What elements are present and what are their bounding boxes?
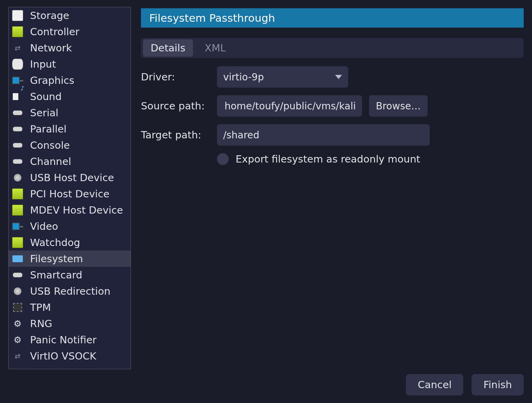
readonly-checkbox[interactable] [217,153,229,165]
sidebar-item-sound[interactable]: Sound [9,88,131,105]
card-icon [12,188,23,199]
sidebar-item-label: Sound [30,91,61,102]
sidebar-item-graphics[interactable]: Graphics [9,72,131,88]
sidebar-item-usb-redirection[interactable]: USB Redirection [9,283,131,299]
browse-button[interactable]: Browse… [369,95,428,117]
driver-label: Driver: [141,71,210,83]
finish-button[interactable]: Finish [472,374,524,395]
sidebar-item-mdev-host-device[interactable]: MDEV Host Device [9,202,131,218]
sidebar-item-label: USB Host Device [30,172,114,184]
card-icon [12,237,23,248]
sidebar-item-label: Parallel [30,123,67,135]
sidebar-item-channel[interactable]: Channel [9,153,131,169]
connector-icon [12,156,23,167]
folder-icon [12,253,23,264]
connector-icon [12,269,23,281]
sidebar-item-label: Input [30,58,56,70]
sidebar-item-label: Channel [30,156,71,167]
chip-icon [12,302,23,313]
sidebar-item-label: Console [30,139,70,151]
sidebar-item-smartcard[interactable]: Smartcard [9,267,131,283]
sidebar-item-label: MDEV Host Device [30,204,123,216]
gear-icon [12,334,23,345]
driver-select[interactable]: virtio-9p [217,66,348,88]
sidebar-item-console[interactable]: Console [9,137,131,153]
sidebar-item-label: Panic Notifier [30,334,96,346]
sidebar-item-watchdog[interactable]: Watchdog [9,234,131,250]
sidebar-item-label: Watchdog [30,237,80,248]
sidebar-item-label: VirtIO VSOCK [30,350,96,362]
sidebar-item-label: Filesystem [30,253,83,265]
virt-manager-add-hardware-dialog: StorageController⇄NetworkInputGraphicsSo… [0,0,532,403]
sidebar-item-label: TPM [30,302,51,313]
source-path-input[interactable] [217,95,362,117]
sidebar-item-panic-notifier[interactable]: Panic Notifier [9,332,131,348]
card-icon [12,26,23,37]
sidebar-item-label: Video [30,220,58,232]
disk-icon [12,10,23,21]
arrows-icon: ⇄ [12,351,23,362]
sound-icon [12,91,23,102]
connector-icon [12,140,23,151]
sidebar-item-input[interactable]: Input [9,56,131,72]
target-path-input[interactable] [217,124,430,146]
sidebar-item-usb-host-device[interactable]: USB Host Device [9,169,131,186]
chevron-down-icon [335,75,342,79]
sidebar-item-label: PCI Host Device [30,188,110,200]
cancel-button[interactable]: Cancel [406,374,463,395]
page-title: Filesystem Passthrough [141,8,524,28]
sidebar-item-label: Storage [30,10,69,21]
monitor-icon [12,221,23,232]
main-panel: Filesystem Passthrough Details XML Drive… [141,8,524,361]
target-path-label: Target path: [141,129,210,141]
sidebar-item-label: USB Redirection [30,285,111,297]
source-path-label: Source path: [141,100,210,112]
driver-select-value: virtio-9p [223,71,264,83]
sidebar-item-label: Graphics [30,75,74,86]
sidebar-item-label: Smartcard [30,269,82,281]
filesystem-form: Driver: virtio-9p Source path: Browse… T… [141,66,524,173]
readonly-label: Export filesystem as readonly mount [236,153,420,165]
dialog-footer: Cancel Finish [406,374,524,395]
sidebar-item-network[interactable]: ⇄Network [9,40,131,56]
details-xml-tabs: Details XML [141,38,524,58]
sidebar-item-label: Controller [30,26,79,38]
usb-icon [12,286,23,297]
sidebar-item-filesystem[interactable]: Filesystem [9,250,131,267]
sidebar-item-parallel[interactable]: Parallel [9,121,131,137]
card-icon [12,205,23,216]
sidebar-item-label: Serial [30,107,58,119]
tab-xml[interactable]: XML [197,39,234,57]
sidebar-item-virtio-vsock[interactable]: ⇄VirtIO VSOCK [9,348,131,364]
sidebar-item-rng[interactable]: RNG [9,315,131,332]
tab-details[interactable]: Details [143,39,193,57]
connector-icon [12,124,23,135]
sidebar-item-pci-host-device[interactable]: PCI Host Device [9,186,131,202]
gear-icon [12,318,23,329]
sidebar-item-tpm[interactable]: TPM [9,299,131,315]
sidebar-item-controller[interactable]: Controller [9,23,131,40]
sidebar-item-serial[interactable]: Serial [9,105,131,121]
sidebar-item-video[interactable]: Video [9,218,131,234]
connector-icon [12,107,23,118]
mouse-icon [12,59,23,70]
hardware-type-sidebar: StorageController⇄NetworkInputGraphicsSo… [8,7,131,369]
sidebar-item-storage[interactable]: Storage [9,7,131,23]
monitor-icon [12,75,23,86]
arrows-icon: ⇄ [12,42,23,53]
sidebar-item-label: Network [30,42,72,54]
usb-icon [12,172,23,183]
sidebar-item-label: RNG [30,318,52,330]
